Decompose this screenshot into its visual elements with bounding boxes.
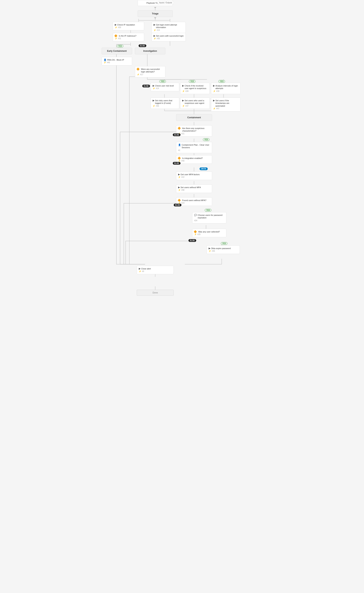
okta-expire-node: ▶ Okta expire password ⚡ #46 (207, 245, 240, 254)
okta-expire-id: #46 (212, 250, 215, 252)
arrow-icon-2: ▶ (154, 23, 155, 26)
set-mfa-label: Set users without MFA (181, 186, 201, 189)
choose-users-label: Choose users for password expiration (198, 214, 224, 219)
lightning-12: ⚡ (213, 107, 216, 110)
done-node: Done (137, 290, 174, 296)
arrow-icon-11: ▶ (178, 186, 180, 189)
get-login-node: ▶ Get login event attempt information ⚡ … (151, 22, 186, 33)
get-login-id: #13 (157, 29, 160, 31)
set-risky-id: #36 (156, 105, 159, 107)
containment-label: Containment (187, 116, 201, 119)
analyze-intervals-node: ▶ Analyze intervals of login attempts ⚡ … (211, 83, 240, 94)
person-icon-1: 👤 (104, 59, 106, 61)
close-alert-node: ▶ Close alert ⚡ #9 (137, 266, 174, 274)
was-user-selected-node: Was any user selected? ⚡ #25 (192, 229, 226, 237)
else-badge-6: ELSE (188, 239, 196, 242)
is-integration-node: Is integration enabled? ⚡ #40 (176, 155, 212, 164)
choose-users-node: 💬 Choose users for password expiration #… (192, 212, 226, 223)
okta-expire-label: Okta expire password (211, 247, 231, 250)
is-ip-label: Is the IP malicious? (119, 35, 136, 37)
set-timestamps-label: Set users if the timestamps are automate… (215, 99, 239, 107)
arrow-icon-13: ▶ (139, 267, 140, 270)
were-any-label: Were any successful login attempts? (141, 68, 163, 73)
yes-badge-7: YES (221, 242, 228, 245)
set-mfa-id: #98 (181, 189, 184, 191)
are-there-label: Are there any suspicious characteristics… (182, 127, 210, 132)
lightning-15: ⚡ (178, 176, 181, 178)
is-integration-label: Is integration enabled? (182, 157, 203, 159)
close-alert-label: Close alert (141, 267, 151, 270)
get-mfa-id: #22 (181, 176, 184, 178)
lightning-19: ⚡ (209, 250, 211, 252)
else-badge-1: ELSE (139, 44, 146, 47)
lightning-9: ⚡ (213, 90, 216, 92)
investigation-label: Investigation (143, 50, 157, 52)
lightning-7: ⚡ (153, 87, 155, 89)
set-agent-label: Set users who used a suspicious user age… (185, 99, 208, 104)
check-user-agent-node: ▶ Check if the involved user agent is su… (180, 83, 210, 94)
arrow-icon-1: ▶ (115, 23, 117, 26)
set-users-id: #35 (157, 38, 160, 39)
else-badge-3: ELSE (173, 133, 181, 136)
lightning-6: ⚡ (137, 73, 139, 76)
arrow-icon-4: ▶ (153, 85, 154, 87)
check-risk-id: #14 (156, 87, 159, 89)
lightning-4: ⚡ (154, 37, 156, 39)
check-ip-label: Check IP reputation (117, 23, 135, 26)
analyze-id: #39 (216, 90, 219, 92)
set-agent-id: #37 (185, 105, 188, 107)
are-there-suspicious-node: Are there any suspicious characteristics… (176, 125, 212, 137)
chat-icon-1: 💬 (194, 214, 197, 216)
okta-badge: OKTA (200, 167, 208, 170)
arrow-icon-7: ▶ (153, 99, 154, 102)
is-ip-id: #31 (118, 38, 121, 39)
set-risky-users-node: ▶ Set risky users that logged in (if exi… (151, 98, 179, 109)
found-users-mfa-node: Found users without MFA? ⚡ #23 (176, 197, 212, 206)
is-ip-malicious-node: Is the IP malicious? ⚡ #31 (113, 33, 144, 41)
flowchart-canvas: Playbook Triggered Inputs / Outputs Tria… (102, 0, 262, 591)
triage-label: Triage (152, 12, 158, 15)
analyze-label: Analyze intervals of login attempts (215, 85, 239, 90)
containment-plan-label: Containment Plan - Clear User Sessions (182, 143, 210, 149)
were-any-id: #17 (140, 73, 143, 76)
arrow-icon-8: ▶ (182, 99, 184, 102)
early-containment-node: Early Containment (102, 48, 132, 54)
else-badge-4: ELSE (173, 162, 181, 165)
is-integration-id: #40 (181, 160, 184, 162)
arrow-icon-3: ▶ (154, 35, 155, 37)
set-suspicious-agent-node: ▶ Set users who used a suspicious user a… (180, 98, 210, 109)
get-login-label: Get login event attempt information (156, 23, 184, 29)
yes-badge-5: YES (203, 138, 209, 141)
diamond-icon-5 (178, 199, 181, 202)
lightning-14: ⚡ (178, 160, 181, 162)
set-users-successful-node: ▶ Set users with successful login ⚡ #35 (151, 33, 186, 41)
were-any-successful-node: Were any successful login attempts? ⚡ #1… (135, 66, 165, 78)
was-selected-id: #25 (197, 233, 201, 235)
diamond-icon-4 (178, 157, 181, 160)
yes-badge-4: YES (218, 80, 225, 83)
yes-badge-6: YES (205, 209, 211, 212)
check-agent-label: Check if the involved user agent is susp… (185, 85, 208, 90)
set-timestamps-node: ▶ Set users if the timestamps are automa… (211, 98, 240, 111)
lightning-10: ⚡ (153, 105, 155, 107)
arrow-icon-9: ▶ (213, 99, 215, 102)
containment-plan-node: 👤 Containment Plan - Clear User Sessions… (176, 142, 212, 153)
lightning-11: ⚡ (182, 105, 185, 107)
containment-node: Containment (176, 114, 212, 121)
check-ip-id: #30 (118, 26, 121, 28)
diamond-icon-6 (194, 230, 197, 233)
lightning-8: ⚡ (182, 90, 185, 92)
early-containment-label: Early Containment (107, 50, 127, 52)
lightning-3: ⚡ (115, 37, 117, 39)
panos-label: PAN-OS - Block IP (107, 59, 124, 61)
arrow-icon-6: ▶ (213, 85, 215, 87)
set-users-mfa-node: ▶ Set users without MFA ⚡ #98 (176, 184, 212, 193)
done-label: Done (153, 291, 158, 294)
else-badge-5: ELSE (174, 204, 182, 206)
inputs-outputs-badge[interactable]: Inputs / Outputs (157, 1, 174, 4)
check-agent-id: #28 (185, 90, 188, 92)
get-mfa-node: ▶ Get user MFA factors ⚡ #22 (176, 171, 212, 180)
containment-plan-id: #2 (178, 149, 180, 151)
arrow-icon-5: ▶ (182, 85, 184, 87)
check-ip-node: ▶ Check IP reputation ⚡ #30 (113, 22, 144, 30)
